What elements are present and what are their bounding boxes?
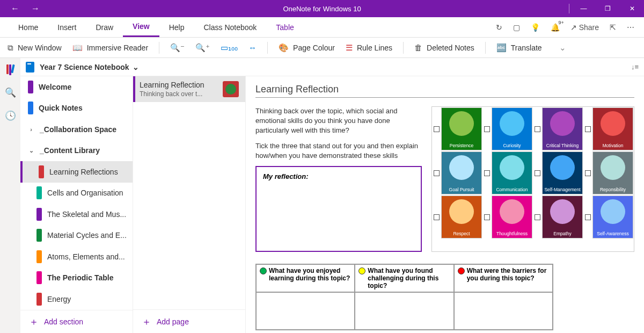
- skill-label: Empathy: [553, 231, 572, 236]
- section-label: Welcome: [39, 83, 71, 91]
- section-item[interactable]: Energy: [20, 288, 133, 310]
- skill-illustration: [500, 111, 524, 136]
- skill-illustration: [500, 155, 524, 180]
- add-page-button[interactable]: ＋Add page: [133, 309, 245, 333]
- tab-draw[interactable]: Draw: [86, 17, 123, 37]
- skill-checkbox[interactable]: [533, 196, 541, 238]
- skill-checkbox[interactable]: [483, 107, 491, 150]
- skill-checkbox[interactable]: [433, 196, 440, 238]
- add-section-button[interactable]: ＋Add section: [20, 310, 133, 333]
- chevron-icon: ›: [28, 126, 34, 133]
- skill-illustration: [601, 155, 625, 180]
- section-item[interactable]: The Skeletal and Mus...: [20, 204, 133, 225]
- skill-label: Self-Management: [544, 187, 580, 192]
- section-item[interactable]: Atoms, Elements and...: [20, 246, 133, 267]
- minimize-button[interactable]: —: [572, 0, 596, 17]
- section-item[interactable]: ›_Collaboration Space: [20, 119, 133, 140]
- tab-help[interactable]: Help: [159, 17, 194, 37]
- translate-icon: 🔤: [496, 43, 507, 53]
- question-table: What have you enjoyed learning during th…: [255, 264, 553, 330]
- lightbulb-icon[interactable]: 💡: [531, 23, 540, 32]
- notebooks-icon[interactable]: [6, 64, 14, 75]
- skill-card: Curiosity: [492, 107, 532, 150]
- zoom-in-icon[interactable]: 🔍⁺: [195, 43, 210, 53]
- fullscreen-icon[interactable]: ⇱: [610, 23, 616, 32]
- ribbon-collapse-icon[interactable]: ⌄: [559, 43, 566, 53]
- skill-card: Thoughtfulness: [492, 196, 532, 238]
- window-icon: ⧉: [8, 43, 13, 53]
- section-label: The Periodic Table: [47, 273, 113, 282]
- page-width-icon[interactable]: ↔: [248, 43, 257, 52]
- maximize-button[interactable]: ❐: [596, 0, 620, 17]
- immersive-reader-button[interactable]: 📖Immersive Reader: [72, 43, 148, 53]
- tab-table[interactable]: Table: [266, 17, 303, 37]
- section-item[interactable]: Cells and Organisation: [20, 183, 133, 204]
- more-icon[interactable]: ⋯: [627, 23, 634, 32]
- section-item[interactable]: ⌄_Content Library: [20, 140, 133, 162]
- forward-button[interactable]: →: [31, 4, 40, 13]
- tab-insert[interactable]: Insert: [48, 17, 86, 37]
- rule-lines-button[interactable]: ☰Rule Lines: [346, 43, 392, 53]
- skill-card: Communication: [492, 151, 532, 194]
- skill-checkbox[interactable]: [584, 196, 591, 238]
- skill-label: Goal Pursuit: [449, 187, 474, 192]
- yellow-dot-icon: [358, 267, 365, 274]
- skill-checkbox[interactable]: [533, 107, 541, 150]
- skill-label: Thoughtfulness: [496, 231, 528, 236]
- translate-button[interactable]: 🔤Translate: [496, 43, 542, 53]
- notebook-name[interactable]: Year 7 Science Notebook: [40, 63, 129, 71]
- back-button[interactable]: ←: [11, 4, 19, 13]
- answer-2-cell[interactable]: [355, 292, 453, 330]
- lines-icon: ☰: [346, 43, 353, 53]
- tab-home[interactable]: Home: [9, 17, 48, 37]
- tab-class-notebook[interactable]: Class Notebook: [194, 17, 267, 37]
- section-item[interactable]: Learning Reflections: [20, 161, 133, 183]
- section-color-tab: [28, 102, 33, 114]
- sync-icon[interactable]: ↻: [496, 23, 502, 32]
- sort-icon[interactable]: ↓≡: [631, 63, 639, 71]
- page-item[interactable]: Learning Reflection Thinking back over t…: [133, 76, 245, 102]
- skill-checkbox[interactable]: [533, 151, 541, 194]
- skill-card: Self-Awareness: [592, 196, 633, 238]
- section-item[interactable]: The Periodic Table: [20, 267, 133, 289]
- section-color-tab: [36, 293, 42, 306]
- skill-checkbox[interactable]: [483, 196, 491, 238]
- notebook-icon: [26, 62, 34, 73]
- zoom-100-icon[interactable]: ▭₁₀₀: [221, 43, 238, 53]
- new-window-button[interactable]: ⧉New Window: [8, 43, 62, 53]
- chevron-down-icon[interactable]: ⌄: [133, 63, 139, 71]
- answer-1-cell[interactable]: [256, 292, 355, 330]
- skill-checkbox[interactable]: [584, 151, 591, 194]
- reflection-label: My reflection:: [263, 172, 309, 180]
- answer-3-cell[interactable]: [454, 292, 553, 330]
- skill-label: Motivation: [603, 143, 624, 148]
- page-heading[interactable]: Learning Reflection: [255, 84, 634, 98]
- skill-checkbox[interactable]: [584, 107, 591, 150]
- trash-icon: 🗑: [414, 43, 422, 52]
- deleted-notes-button[interactable]: 🗑Deleted Notes: [414, 43, 474, 52]
- skill-card: Reponsibility: [592, 151, 633, 194]
- skill-checkbox[interactable]: [433, 151, 440, 194]
- reader-icon: 📖: [72, 43, 83, 53]
- section-item[interactable]: Welcome: [20, 76, 133, 98]
- search-icon[interactable]: 🔍: [5, 87, 16, 98]
- plus-icon: ＋: [29, 315, 39, 328]
- section-color-tab: [36, 271, 42, 284]
- skill-checkbox[interactable]: [433, 107, 440, 150]
- skill-label: Communication: [496, 187, 528, 192]
- zoom-out-icon[interactable]: 🔍⁻: [170, 43, 185, 53]
- open-in-app-icon[interactable]: ▢: [513, 23, 520, 32]
- bell-icon[interactable]: 🔔9+: [551, 23, 560, 32]
- share-button[interactable]: ↗ Share: [570, 23, 599, 32]
- recent-icon[interactable]: 🕓: [5, 110, 16, 121]
- tab-view[interactable]: View: [123, 17, 159, 37]
- reflection-box[interactable]: My reflection:: [255, 166, 422, 252]
- page-colour-button[interactable]: 🎨Page Colour: [279, 43, 335, 53]
- section-item[interactable]: Material Cycles and E...: [20, 225, 133, 247]
- section-item[interactable]: Quick Notes: [20, 98, 133, 119]
- section-label: _Collaboration Space: [40, 125, 116, 134]
- close-button[interactable]: ✕: [620, 0, 644, 17]
- section-label: Atoms, Elements and...: [47, 252, 125, 261]
- skill-checkbox[interactable]: [483, 151, 491, 194]
- skill-grid: PersistenceCuriosityCritical ThinkingMot…: [431, 106, 634, 252]
